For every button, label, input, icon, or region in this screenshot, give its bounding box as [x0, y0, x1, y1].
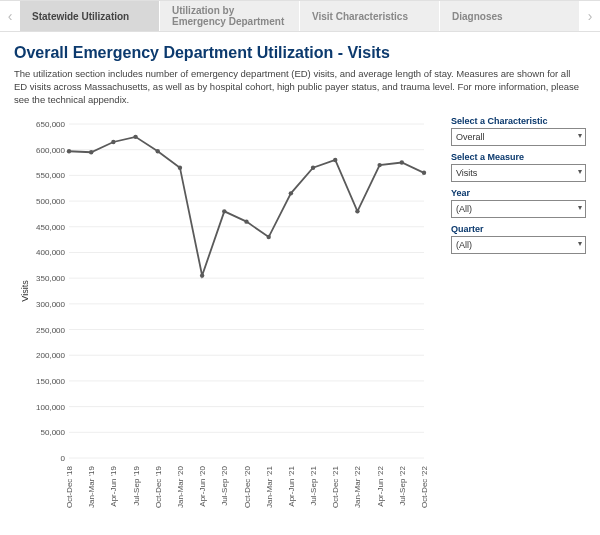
svg-text:Apr-Jun '21: Apr-Jun '21: [287, 466, 296, 507]
select-value: (All): [456, 240, 472, 250]
svg-text:550,000: 550,000: [36, 172, 65, 181]
tab-statewide-utilization[interactable]: Statewide Utilization: [20, 1, 160, 31]
tab-label: Visit Characteristics: [312, 11, 408, 22]
svg-text:200,000: 200,000: [36, 352, 65, 361]
svg-text:100,000: 100,000: [36, 403, 65, 412]
svg-point-54: [244, 220, 248, 224]
svg-text:600,000: 600,000: [36, 146, 65, 155]
svg-text:Apr-Jun '20: Apr-Jun '20: [198, 466, 207, 507]
measure-select[interactable]: Visits: [451, 164, 586, 182]
svg-point-47: [89, 150, 93, 154]
svg-text:Jul-Sep '19: Jul-Sep '19: [132, 466, 141, 506]
svg-text:Jan-Mar '22: Jan-Mar '22: [353, 466, 362, 509]
svg-text:Oct-Dec '18: Oct-Dec '18: [65, 466, 74, 509]
svg-text:Visits: Visits: [20, 280, 30, 302]
svg-point-51: [178, 166, 182, 170]
tab-utilization-by-ed[interactable]: Utilization by Emergency Department: [160, 1, 300, 31]
page-title: Overall Emergency Department Utilization…: [14, 44, 586, 62]
svg-text:Oct-Dec '19: Oct-Dec '19: [154, 466, 163, 509]
svg-point-61: [400, 161, 404, 165]
tabs-prev-button[interactable]: ‹: [0, 1, 20, 31]
tabs-next-button[interactable]: ›: [580, 1, 600, 31]
visits-line-chart: 050,000100,000150,000200,000250,000300,0…: [14, 116, 434, 535]
svg-text:0: 0: [61, 454, 66, 463]
select-value: Overall: [456, 132, 485, 142]
svg-text:500,000: 500,000: [36, 198, 65, 207]
quarter-label: Quarter: [451, 224, 586, 234]
svg-text:300,000: 300,000: [36, 300, 65, 309]
svg-point-50: [156, 149, 160, 153]
svg-point-48: [111, 140, 115, 144]
svg-text:50,000: 50,000: [41, 429, 66, 438]
tab-diagnoses[interactable]: Diagnoses: [440, 1, 580, 31]
svg-text:Jul-Sep '21: Jul-Sep '21: [309, 466, 318, 506]
svg-text:Apr-Jun '22: Apr-Jun '22: [376, 466, 385, 507]
svg-point-62: [422, 171, 426, 175]
page-description: The utilization section includes number …: [14, 68, 586, 106]
svg-point-58: [333, 158, 337, 162]
svg-text:250,000: 250,000: [36, 326, 65, 335]
filter-panel: Select a Characteristic Overall Select a…: [451, 116, 586, 535]
svg-text:400,000: 400,000: [36, 249, 65, 258]
svg-point-52: [200, 274, 204, 278]
svg-point-46: [67, 149, 71, 153]
chart-container: 050,000100,000150,000200,000250,000300,0…: [14, 116, 439, 535]
chevron-right-icon: ›: [588, 8, 593, 24]
year-label: Year: [451, 188, 586, 198]
tab-bar: ‹ Statewide Utilization Utilization by E…: [0, 0, 600, 32]
svg-text:Oct-Dec '22: Oct-Dec '22: [420, 466, 429, 509]
svg-text:Jul-Sep '22: Jul-Sep '22: [398, 466, 407, 506]
svg-point-55: [266, 235, 270, 239]
svg-text:Apr-Jun '19: Apr-Jun '19: [109, 466, 118, 507]
svg-text:Jan-Mar '21: Jan-Mar '21: [265, 466, 274, 509]
characteristic-select[interactable]: Overall: [451, 128, 586, 146]
svg-text:450,000: 450,000: [36, 223, 65, 232]
tab-label: Statewide Utilization: [32, 11, 129, 22]
svg-point-53: [222, 210, 226, 214]
tab-label: Diagnoses: [452, 11, 503, 22]
svg-point-59: [355, 210, 359, 214]
chevron-left-icon: ‹: [8, 8, 13, 24]
svg-text:Jan-Mar '20: Jan-Mar '20: [176, 466, 185, 509]
select-value: (All): [456, 204, 472, 214]
characteristic-label: Select a Characteristic: [451, 116, 586, 126]
svg-text:Jan-Mar '19: Jan-Mar '19: [87, 466, 96, 509]
select-value: Visits: [456, 168, 477, 178]
svg-text:350,000: 350,000: [36, 275, 65, 284]
svg-point-56: [289, 192, 293, 196]
svg-point-60: [377, 163, 381, 167]
quarter-select[interactable]: (All): [451, 236, 586, 254]
svg-text:650,000: 650,000: [36, 120, 65, 129]
svg-text:Oct-Dec '21: Oct-Dec '21: [331, 466, 340, 509]
measure-label: Select a Measure: [451, 152, 586, 162]
tab-visit-characteristics[interactable]: Visit Characteristics: [300, 1, 440, 31]
svg-text:150,000: 150,000: [36, 377, 65, 386]
year-select[interactable]: (All): [451, 200, 586, 218]
svg-text:Jul-Sep '20: Jul-Sep '20: [220, 466, 229, 506]
tab-label: Utilization by Emergency Department: [172, 5, 287, 27]
svg-point-57: [311, 166, 315, 170]
svg-text:Oct-Dec '20: Oct-Dec '20: [243, 466, 252, 509]
svg-point-49: [133, 135, 137, 139]
